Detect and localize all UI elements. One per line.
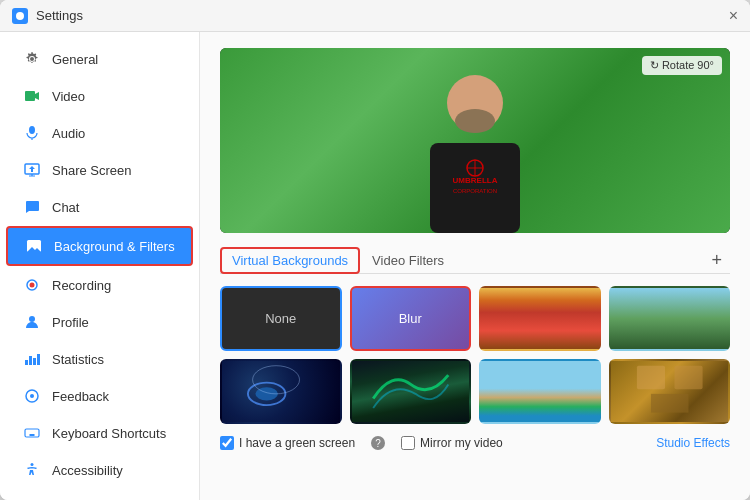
background-aurora[interactable]	[350, 359, 472, 424]
feedback-icon	[22, 386, 42, 406]
svg-point-7	[30, 243, 33, 246]
sidebar-label-statistics: Statistics	[52, 352, 104, 367]
sidebar-item-statistics[interactable]: Statistics	[6, 341, 193, 377]
svg-rect-38	[650, 394, 688, 413]
svg-point-10	[30, 283, 35, 288]
sidebar-item-profile[interactable]: Profile	[6, 304, 193, 340]
svg-point-26	[455, 109, 495, 133]
video-icon	[22, 86, 42, 106]
background-beach[interactable]	[479, 359, 601, 424]
background-space[interactable]	[220, 359, 342, 424]
green-screen-label: I have a green screen	[239, 436, 355, 450]
video-preview-container: UMBRELLA CORPORATION ↻ Rotate 90°	[220, 48, 730, 233]
sidebar-label-keyboard-shortcuts: Keyboard Shortcuts	[52, 426, 166, 441]
recording-icon	[22, 275, 42, 295]
sidebar-item-general[interactable]: General	[6, 41, 193, 77]
tab-virtual-backgrounds[interactable]: Virtual Backgrounds	[220, 247, 360, 274]
svg-point-0	[16, 12, 24, 20]
sidebar-label-audio: Audio	[52, 126, 85, 141]
sidebar-item-accessibility[interactable]: Accessibility	[6, 452, 193, 488]
green-screen-checkbox[interactable]	[220, 436, 234, 450]
svg-point-24	[31, 463, 34, 466]
svg-rect-15	[37, 354, 40, 365]
sidebar-item-chat[interactable]: Chat	[6, 189, 193, 225]
aurora-art	[352, 361, 470, 422]
svg-rect-14	[33, 358, 36, 365]
background-none[interactable]: None	[220, 286, 342, 351]
main-panel: UMBRELLA CORPORATION ↻ Rotate 90° Virtua…	[200, 32, 750, 500]
sidebar-label-chat: Chat	[52, 200, 79, 215]
svg-point-17	[30, 394, 34, 398]
sidebar-item-background-filters[interactable]: Background & Filters	[6, 226, 193, 266]
svg-marker-5	[29, 166, 35, 172]
person-preview: UMBRELLA CORPORATION	[405, 73, 545, 233]
studio-effects-link[interactable]: Studio Effects	[656, 436, 730, 450]
svg-point-11	[29, 316, 35, 322]
background-room[interactable]	[609, 359, 731, 424]
settings-window: Settings × General Video	[0, 0, 750, 500]
sidebar-item-recording[interactable]: Recording	[6, 267, 193, 303]
sidebar-label-feedback: Feedback	[52, 389, 109, 404]
app-icon	[12, 8, 28, 24]
close-button[interactable]: ×	[729, 8, 738, 24]
rotate-button[interactable]: ↻ Rotate 90°	[642, 56, 722, 75]
sidebar-item-audio[interactable]: Audio	[6, 115, 193, 151]
blur-label: Blur	[399, 311, 422, 326]
mirror-video-checkbox-label[interactable]: Mirror my video	[401, 436, 503, 450]
background-icon	[24, 236, 44, 256]
svg-rect-13	[29, 356, 32, 365]
svg-rect-12	[25, 360, 28, 365]
svg-point-3	[29, 126, 35, 134]
sidebar-label-profile: Profile	[52, 315, 89, 330]
svg-rect-1	[25, 91, 35, 101]
svg-rect-37	[674, 366, 702, 389]
audio-icon	[22, 123, 42, 143]
backgrounds-grid: None Blur	[220, 286, 730, 424]
sidebar-item-feedback[interactable]: Feedback	[6, 378, 193, 414]
sidebar-label-accessibility: Accessibility	[52, 463, 123, 478]
chat-icon	[22, 197, 42, 217]
profile-icon	[22, 312, 42, 332]
mirror-video-label: Mirror my video	[420, 436, 503, 450]
sidebar-label-recording: Recording	[52, 278, 111, 293]
sidebar-item-share-screen[interactable]: Share Screen	[6, 152, 193, 188]
accessibility-icon	[22, 460, 42, 480]
background-greenfield[interactable]	[609, 286, 731, 351]
sidebar-label-video: Video	[52, 89, 85, 104]
room-art	[611, 361, 729, 422]
window-title: Settings	[36, 8, 83, 23]
help-icon[interactable]: ?	[371, 436, 385, 450]
svg-text:CORPORATION: CORPORATION	[453, 188, 497, 194]
tab-video-filters[interactable]: Video Filters	[360, 247, 456, 274]
add-background-button[interactable]: +	[703, 248, 730, 273]
share-screen-icon	[22, 160, 42, 180]
green-screen-checkbox-label[interactable]: I have a green screen	[220, 436, 355, 450]
background-bridge[interactable]	[479, 286, 601, 351]
titlebar: Settings ×	[0, 0, 750, 32]
svg-text:UMBRELLA: UMBRELLA	[453, 176, 498, 185]
sidebar-label-share-screen: Share Screen	[52, 163, 132, 178]
svg-point-35	[253, 366, 300, 394]
sidebar-label-general: General	[52, 52, 98, 67]
gear-icon	[22, 49, 42, 69]
none-label: None	[222, 288, 340, 349]
main-content: General Video Audio Share	[0, 32, 750, 500]
footer-row: I have a green screen ? Mirror my video …	[220, 436, 730, 450]
sidebar-label-background-filters: Background & Filters	[54, 239, 175, 254]
sidebar: General Video Audio Share	[0, 32, 200, 500]
svg-rect-36	[636, 366, 664, 389]
sidebar-item-keyboard-shortcuts[interactable]: Keyboard Shortcuts	[6, 415, 193, 451]
space-art	[222, 361, 340, 422]
svg-marker-2	[35, 92, 39, 100]
keyboard-icon	[22, 423, 42, 443]
sidebar-item-video[interactable]: Video	[6, 78, 193, 114]
mirror-video-checkbox[interactable]	[401, 436, 415, 450]
tabs-row: Virtual Backgrounds Video Filters +	[220, 247, 730, 274]
background-blur[interactable]: Blur	[350, 286, 472, 351]
statistics-icon	[22, 349, 42, 369]
